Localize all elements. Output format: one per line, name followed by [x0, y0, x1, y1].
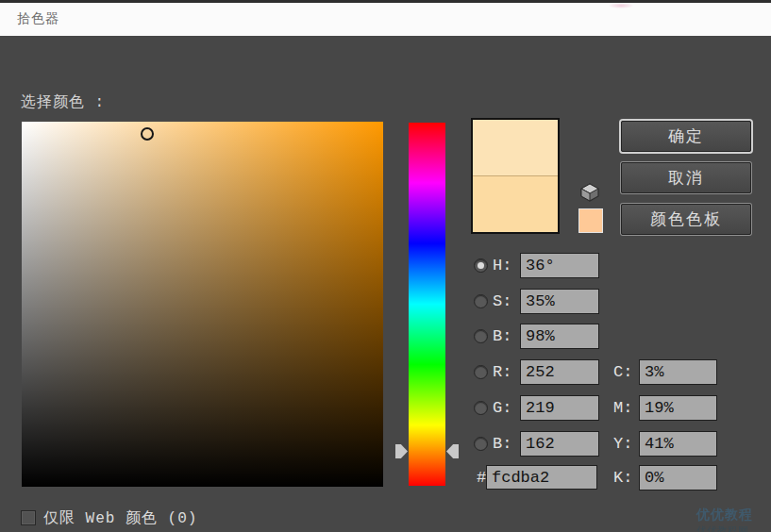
- h-input[interactable]: [520, 253, 599, 278]
- web-color-cube-icon[interactable]: [580, 183, 599, 202]
- y-input[interactable]: [639, 431, 717, 457]
- websafe-color-swatch[interactable]: [578, 208, 603, 233]
- radio-s[interactable]: [474, 294, 488, 308]
- window-title: 拾色器: [17, 3, 59, 36]
- k-label: K:: [613, 465, 632, 490]
- select-color-label: 选择颜色 :: [21, 92, 105, 112]
- web-colors-only-label: 仅限 Web 颜色 (0): [43, 508, 197, 528]
- radio-r[interactable]: [474, 365, 488, 379]
- s-input[interactable]: [520, 289, 599, 314]
- radio-g[interactable]: [474, 401, 488, 415]
- title-bar: 拾色器: [0, 3, 771, 36]
- color-picker-dialog: 选择颜色 : 确定 取消 颜色色板 H: S: B: R: G: B: # C:: [0, 36, 771, 532]
- hue-slider-right-arrow[interactable]: [446, 444, 459, 458]
- watermark-site-name: 优优教程网: [696, 524, 753, 532]
- new-color-swatch: [473, 120, 558, 176]
- color-field-marker[interactable]: [141, 127, 154, 141]
- radio-selected-dot: [478, 262, 484, 269]
- s-label: S:: [493, 289, 511, 314]
- watermark-logo-text: 优优教程: [696, 507, 753, 524]
- radio-h[interactable]: [474, 258, 488, 273]
- r-input[interactable]: [520, 359, 599, 385]
- hex-input[interactable]: [486, 465, 597, 490]
- m-label: M:: [613, 395, 632, 421]
- web-colors-only-checkbox[interactable]: [21, 510, 36, 525]
- c-input[interactable]: [639, 359, 717, 385]
- g-input[interactable]: [520, 395, 599, 421]
- c-label: C:: [613, 359, 632, 385]
- h-label: H:: [493, 253, 511, 278]
- saturation-brightness-field[interactable]: [22, 122, 383, 487]
- b-brightness-label: B:: [493, 324, 511, 349]
- y-label: Y:: [613, 431, 632, 457]
- b-blue-label: B:: [493, 431, 511, 457]
- cancel-button[interactable]: 取消: [621, 162, 751, 193]
- b-brightness-input[interactable]: [520, 324, 599, 349]
- hex-label: #: [477, 465, 486, 490]
- r-label: R:: [493, 359, 511, 385]
- g-label: G:: [493, 395, 511, 421]
- hue-slider[interactable]: [409, 123, 445, 486]
- m-input[interactable]: [639, 395, 717, 421]
- b-blue-input[interactable]: [520, 431, 599, 457]
- radio-b-brightness[interactable]: [474, 329, 488, 343]
- ok-button[interactable]: 确定: [621, 121, 751, 152]
- color-swatches-button[interactable]: 颜色色板: [621, 204, 751, 235]
- artifact-smudge: [609, 3, 633, 8]
- radio-b-blue[interactable]: [474, 437, 488, 451]
- current-color-swatch: [473, 176, 558, 233]
- color-preview: [471, 118, 560, 234]
- hue-slider-left-arrow[interactable]: [395, 444, 408, 458]
- watermark: 优优教程 优优教程网: [696, 507, 753, 532]
- k-input[interactable]: [639, 465, 717, 490]
